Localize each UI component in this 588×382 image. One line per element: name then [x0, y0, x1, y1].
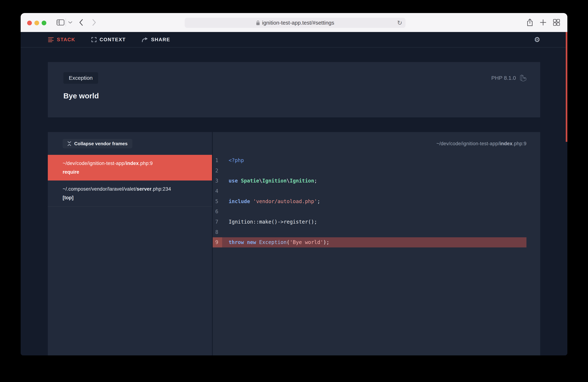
stack-frame[interactable]: ~/.composer/vendor/laravel/valet/server.… — [48, 180, 212, 207]
settings-button[interactable]: ⚙ — [534, 36, 540, 43]
line-number: 2 — [213, 168, 222, 174]
forward-icon — [92, 19, 96, 26]
stack-icon — [48, 37, 54, 42]
code-line-9: 9throw new Exception('Bye world'); — [213, 237, 526, 248]
error-message: Bye world — [63, 92, 526, 100]
code-path-prefix: ~/dev/code/ignition-test-app/ — [436, 141, 500, 147]
share-icon — [527, 19, 533, 26]
code-line-1: 1<?php — [213, 155, 526, 166]
code-snippet-panel: ~/dev/code/ignition-test-app/index.php:9… — [213, 132, 540, 355]
frame-path: ~/.composer/vendor/laravel/valet/server.… — [63, 186, 205, 192]
code-line-4: 4 — [213, 186, 526, 196]
stack-trace-section: Collapse vendor frames ~/dev/code/igniti… — [48, 132, 540, 355]
tab-grid-icon — [553, 19, 560, 26]
back-button[interactable] — [77, 13, 85, 32]
code-line-content: Ignition::make()->register(); — [222, 219, 317, 225]
line-number: 9 — [213, 237, 222, 248]
stack-frames-panel: Collapse vendor frames ~/dev/code/igniti… — [48, 132, 212, 355]
tab-context[interactable]: CONTEXT — [91, 37, 126, 42]
ignition-error-page: STACK CONTEXT — [21, 32, 567, 355]
ignition-nav-bar: STACK CONTEXT — [21, 32, 567, 48]
code-path-tail: .php:9 — [512, 141, 526, 147]
collapse-vendor-frames-label: Collapse vendor frames — [74, 141, 128, 147]
close-window-button[interactable] — [27, 21, 32, 25]
php-version-label: PHP 8.1.0 — [491, 75, 516, 81]
collapse-vendor-frames-button[interactable]: Collapse vendor frames — [63, 139, 132, 148]
forward-button[interactable] — [90, 13, 98, 32]
line-number: 8 — [213, 229, 222, 235]
share-button[interactable] — [526, 13, 534, 32]
page-scrollbar-thumb[interactable] — [566, 32, 567, 142]
lock-icon — [256, 20, 260, 25]
stack-frame[interactable]: ~/dev/code/ignition-test-app/index.php:9… — [48, 155, 212, 180]
tab-share[interactable]: SHARE — [142, 37, 170, 42]
code-line-8: 8 — [213, 227, 526, 237]
code-header-path: ~/dev/code/ignition-test-app/index.php:9 — [213, 132, 540, 155]
content-container: Exception PHP 8.1.0 Bye world — [48, 62, 540, 355]
share-arrow-icon — [142, 37, 148, 42]
stack-panel-header: Collapse vendor frames — [48, 132, 212, 155]
code-line-content: throw new Exception('Bye world'); — [222, 239, 329, 245]
zoom-window-button[interactable] — [42, 21, 46, 25]
sidebar-toggle-button[interactable] — [55, 13, 65, 32]
plus-icon — [540, 19, 546, 26]
code-line-content: use Spatie\Ignition\Ignition; — [222, 178, 317, 184]
code-line-content: include 'vendor/autoload.php'; — [222, 198, 320, 204]
address-bar[interactable]: ignition-test-app.test/#settings ↻ — [185, 18, 405, 28]
context-brackets-icon — [91, 37, 97, 42]
code-area: 1<?php23use Spatie\Ignition\Ignition;45i… — [213, 155, 540, 248]
line-number: 1 — [213, 157, 222, 163]
sidebar-menu-chevron[interactable] — [66, 13, 74, 32]
frame-method: require — [63, 169, 205, 175]
new-tab-button[interactable] — [539, 13, 547, 32]
tab-share-label: SHARE — [151, 37, 170, 42]
tab-overview-button[interactable] — [552, 13, 561, 32]
code-line-3: 3use Spatie\Ignition\Ignition; — [213, 176, 526, 186]
line-number: 7 — [213, 219, 222, 225]
back-icon — [79, 19, 83, 26]
tab-stack-label: STACK — [57, 37, 75, 42]
minimize-window-button[interactable] — [34, 21, 39, 25]
tab-context-label: CONTEXT — [100, 37, 126, 42]
line-number: 4 — [213, 188, 222, 194]
sidebar-icon — [57, 19, 64, 25]
frame-path: ~/dev/code/ignition-test-app/index.php:9 — [63, 160, 205, 166]
code-lines: 1<?php23use Spatie\Ignition\Ignition;45i… — [213, 155, 526, 248]
line-number: 3 — [213, 178, 222, 184]
stack-frames: ~/dev/code/ignition-test-app/index.php:9… — [48, 155, 212, 207]
reload-button[interactable]: ↻ — [397, 18, 402, 28]
chevron-down-icon — [68, 21, 72, 24]
desktop-background: ignition-test-app.test/#settings ↻ — [0, 0, 588, 382]
laravel-icon — [520, 75, 526, 81]
code-line-5: 5include 'vendor/autoload.php'; — [213, 196, 526, 207]
collapse-vertical-icon — [67, 141, 71, 146]
line-number: 6 — [213, 209, 222, 214]
code-line-content: <?php — [222, 157, 244, 163]
php-version: PHP 8.1.0 — [491, 75, 526, 81]
toolbar-divider — [65, 19, 66, 26]
tab-stack[interactable]: STACK — [48, 37, 75, 42]
browser-toolbar: ignition-test-app.test/#settings ↻ — [21, 13, 567, 32]
frame-method: [top] — [63, 195, 205, 201]
line-number: 5 — [213, 198, 222, 204]
code-path-file: index — [500, 141, 512, 147]
error-card: Exception PHP 8.1.0 Bye world — [48, 62, 540, 117]
code-line-6: 6 — [213, 206, 526, 217]
exception-type-badge: Exception — [63, 72, 98, 84]
gear-icon: ⚙ — [534, 36, 540, 44]
browser-window: ignition-test-app.test/#settings ↻ — [21, 13, 567, 355]
url-text: ignition-test-app.test/#settings — [262, 20, 334, 26]
code-line-2: 2 — [213, 166, 526, 176]
code-line-7: 7Ignition::make()->register(); — [213, 217, 526, 227]
